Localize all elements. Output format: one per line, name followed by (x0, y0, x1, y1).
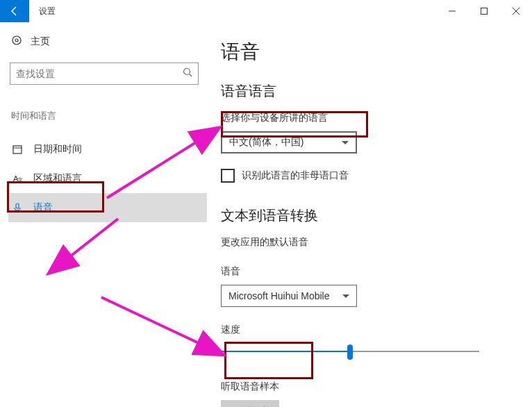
slider-thumb[interactable] (347, 344, 353, 360)
gear-icon (11, 35, 22, 49)
minimize-button[interactable] (436, 0, 468, 22)
field-label-language: 选择你与设备所讲的语言 (221, 112, 532, 124)
sidebar-item-label: 区域和语言 (33, 172, 82, 185)
dropdown-value: 中文(简体，中国) (229, 136, 304, 149)
main-content: 语音 语音语言 选择你与设备所讲的语言 中文(简体，中国) 识别此语言的非母语口… (208, 22, 532, 407)
svg-text:字: 字 (17, 177, 23, 183)
svg-rect-12 (16, 204, 19, 208)
home-nav[interactable]: 主页 (10, 35, 199, 49)
section-tts: 文本到语音转换 (221, 206, 532, 225)
category-label: 时间和语言 (10, 110, 199, 122)
svg-rect-8 (13, 146, 22, 153)
sidebar-item-datetime[interactable]: 日期和时间 (8, 135, 207, 164)
sidebar: 主页 时间和语言 日期和时间 A字 区域和语言 (0, 22, 208, 407)
field-label-voice: 语音 (221, 265, 532, 278)
search-icon (183, 67, 192, 80)
svg-rect-1 (481, 8, 488, 15)
preview-voice-button[interactable]: 预听语音 (221, 400, 279, 407)
field-label-speed: 速度 (221, 324, 532, 336)
checkbox[interactable] (221, 169, 235, 183)
nonnative-accent-checkbox-row[interactable]: 识别此语言的非母语口音 (221, 169, 532, 183)
page-title: 语音 (221, 39, 532, 65)
home-label: 主页 (31, 35, 50, 48)
sidebar-item-speech[interactable]: 语音 (8, 193, 207, 222)
microphone-icon (11, 202, 24, 213)
svg-point-5 (15, 39, 18, 42)
maximize-button[interactable] (468, 0, 500, 22)
chevron-down-icon (342, 294, 349, 298)
svg-point-6 (184, 69, 190, 75)
speed-slider[interactable] (221, 343, 479, 360)
window-title: 设置 (39, 6, 56, 17)
back-button[interactable] (0, 0, 29, 22)
sidebar-item-region[interactable]: A字 区域和语言 (8, 164, 207, 193)
language-icon: A字 (11, 173, 24, 184)
sidebar-item-label: 日期和时间 (33, 143, 82, 156)
language-dropdown[interactable]: 中文(简体，中国) (221, 131, 357, 153)
section-speech-language: 语音语言 (221, 82, 532, 101)
search-input[interactable] (16, 68, 183, 79)
svg-line-7 (190, 74, 192, 77)
tts-desc: 更改应用的默认语音 (221, 236, 532, 249)
sidebar-item-label: 语音 (33, 201, 53, 214)
search-box[interactable] (10, 63, 199, 85)
chevron-down-icon (342, 141, 349, 144)
calendar-icon (11, 144, 24, 155)
dropdown-value: Microsoft Huihui Mobile (228, 290, 330, 301)
svg-point-4 (13, 36, 21, 44)
voice-dropdown[interactable]: Microsoft Huihui Mobile (221, 285, 357, 307)
slider-fill (221, 351, 350, 352)
field-label-sample: 听取语音样本 (221, 381, 532, 393)
checkbox-label: 识别此语言的非母语口音 (242, 169, 349, 182)
close-button[interactable] (500, 0, 532, 22)
